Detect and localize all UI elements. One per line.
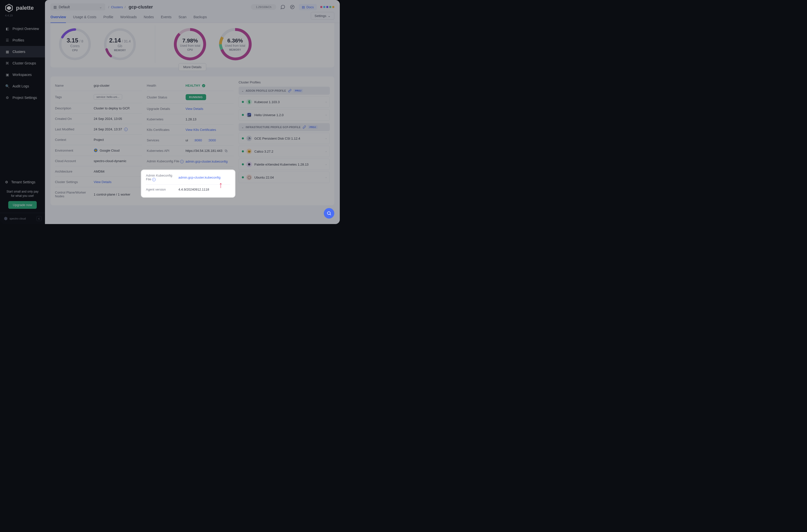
cpu-gauge: 3.15 / 8 Cores CPU: [57, 27, 92, 62]
sidebar-item-clusters[interactable]: ▦Clusters: [0, 46, 45, 57]
sidebar-item-profiles[interactable]: ☰Profiles: [0, 35, 45, 46]
main-nav: ◧Project Overview ☰Profiles ▦Clusters ⌘C…: [0, 23, 45, 103]
tenant-icon: ⚙: [5, 180, 8, 184]
link-icon: [288, 89, 292, 92]
profile-item[interactable]: ◔GCE Persistent Disk CSI 1.12.4›: [239, 133, 330, 144]
profile-item[interactable]: ⬢Palette eXtended Kubernetes 1.28.13›: [239, 158, 330, 170]
chevron-right-icon: ›: [325, 113, 326, 116]
chevron-right-icon: ›: [325, 176, 326, 179]
scope-icon: ▥: [54, 5, 57, 9]
chat-icon[interactable]: [280, 4, 286, 10]
svg-point-10: [95, 149, 97, 151]
clusters-icon: ▦: [5, 50, 10, 54]
tab-nodes[interactable]: Nodes: [144, 15, 154, 23]
svg-marker-2: [4, 217, 7, 220]
details-left: Namegcp-cluster Tagsservice: hello-uni..…: [55, 80, 142, 201]
sidebar-item-cluster-groups[interactable]: ⌘Cluster Groups: [0, 57, 45, 69]
collapse-sidebar-button[interactable]: ‹: [36, 216, 41, 221]
tab-events[interactable]: Events: [161, 15, 172, 23]
main-content: ▥ Default ⌄ / Clusters / gcp-cluster 1.2…: [45, 0, 340, 224]
compass-icon[interactable]: [289, 4, 295, 10]
service-port-3000[interactable]: :3000: [208, 138, 216, 142]
gear-icon: ⚙: [5, 95, 10, 100]
spectro-icon: [3, 216, 8, 221]
info-icon[interactable]: i: [124, 128, 128, 131]
svg-line-15: [330, 214, 331, 215]
link-icon: [303, 126, 306, 129]
page-title: gcp-cluster: [129, 4, 153, 10]
tag-chip: service: hello-uni...: [94, 94, 122, 100]
svg-marker-4: [292, 6, 293, 8]
audit-icon: 🔍: [5, 84, 10, 89]
sidebar-item-workspaces[interactable]: ▣Workspaces: [0, 69, 45, 80]
user-avatar[interactable]: [320, 6, 334, 8]
brand: palette: [0, 0, 45, 14]
health-badge: HEALTHY: [186, 84, 205, 88]
chevron-right-icon: ›: [325, 150, 326, 153]
footer-brand: spectro cloud: [3, 216, 26, 221]
sidebar-item-tenant-settings[interactable]: ⚙Tenant Settings: [0, 176, 45, 188]
profile-item[interactable]: ◯Ubuntu 22.04›: [239, 172, 330, 183]
profiles-icon: ☰: [5, 38, 10, 42]
settings-button[interactable]: Settings⌄: [311, 12, 334, 20]
tabs: Overview Usage & Costs Profile Workloads…: [45, 11, 340, 23]
svg-marker-1: [7, 6, 11, 10]
svg-point-11: [202, 84, 205, 87]
tab-overview[interactable]: Overview: [51, 15, 66, 23]
overview-icon: ◧: [5, 26, 10, 31]
cpu-pct-gauge: 7.98% Used from total CPU: [173, 27, 208, 62]
chevron-right-icon: ›: [325, 137, 326, 140]
brand-version: 4.4.19: [0, 14, 45, 17]
profile-item[interactable]: 💲Kubecost 1.103.3›: [239, 96, 330, 108]
svg-point-14: [327, 212, 330, 214]
sidebar-footer: spectro cloud ‹: [0, 213, 45, 224]
service-port-8080[interactable]: :8080: [194, 138, 202, 142]
brand-name: palette: [16, 5, 34, 11]
gcp-icon: [94, 148, 98, 152]
status-badge: RUNNING: [186, 94, 206, 100]
more-details-button[interactable]: More Details: [179, 63, 206, 71]
promo-text: Start small and only payfor what you use…: [0, 188, 45, 201]
tab-scan[interactable]: Scan: [179, 15, 187, 23]
kch-badge[interactable]: 1.29/100kCh: [251, 4, 276, 10]
tab-workloads[interactable]: Workloads: [120, 15, 137, 23]
docs-icon: ▤: [302, 5, 305, 9]
breadcrumb: / Clusters /: [108, 5, 126, 9]
profile-item[interactable]: 🐱Calico 3.27.2›: [239, 146, 330, 157]
metrics-card: 3.15 / 8 Cores CPU 2.14 / 31.4 Gb MEMORY…: [51, 23, 334, 68]
sidebar: palette 4.4.19 ◧Project Overview ☰Profil…: [0, 0, 45, 224]
profile-item[interactable]: 🌌Hello Universe 1.2.0›: [239, 109, 330, 121]
upgrade-details-link[interactable]: View Details: [186, 107, 203, 111]
docs-button[interactable]: ▤Docs: [299, 4, 317, 10]
details-card: Namegcp-cluster Tagsservice: hello-uni..…: [51, 76, 334, 205]
chevron-down-icon: ⌄: [328, 14, 331, 18]
scope-selector[interactable]: ▥ Default ⌄: [51, 3, 105, 11]
chevron-right-icon: ›: [325, 100, 326, 103]
tab-usage-costs[interactable]: Usage & Costs: [73, 15, 96, 23]
chevron-right-icon: ›: [325, 163, 326, 166]
cluster-profiles: Cluster Profiles ⌄ADDON PROFILE GCP-PROF…: [239, 80, 330, 201]
copy-icon[interactable]: [224, 149, 228, 153]
tab-backups[interactable]: Backups: [193, 15, 207, 23]
chevron-down-icon: ⌄: [99, 5, 102, 9]
chevron-down-icon: ⌄: [242, 90, 244, 92]
sidebar-item-project-overview[interactable]: ◧Project Overview: [0, 23, 45, 35]
chevron-down-icon: ⌄: [242, 126, 244, 129]
sidebar-item-audit-logs[interactable]: 🔍Audit Logs: [0, 80, 45, 92]
memory-gauge: 2.14 / 31.4 Gb MEMORY: [102, 27, 137, 62]
logo-icon: [4, 3, 14, 13]
info-icon[interactable]: i: [180, 160, 184, 163]
workspaces-icon: ▣: [5, 72, 10, 77]
infra-profile-header[interactable]: ⌄INFRASTRUCTURE PROFILE GCP-PROFILEPROJ: [239, 123, 330, 131]
addon-profile-header[interactable]: ⌄ADDON PROFILE GCP-PROFILEPROJ: [239, 87, 330, 95]
topbar: ▥ Default ⌄ / Clusters / gcp-cluster 1.2…: [45, 0, 340, 11]
tab-profile[interactable]: Profile: [104, 15, 113, 23]
k8s-certs-link[interactable]: View K8s Certificates: [186, 128, 217, 132]
cluster-settings-link[interactable]: View Details: [94, 180, 111, 184]
help-fab[interactable]: [324, 208, 334, 218]
upgrade-button[interactable]: Upgrade now: [8, 201, 36, 209]
breadcrumb-clusters[interactable]: Clusters: [111, 5, 123, 9]
sidebar-item-project-settings[interactable]: ⚙Project Settings: [0, 92, 45, 103]
kubeconfig-link[interactable]: admin.gcp-cluster.kubeconfig: [186, 159, 228, 163]
memory-pct-gauge: 6.36% Used from total MEMORY: [218, 27, 252, 62]
